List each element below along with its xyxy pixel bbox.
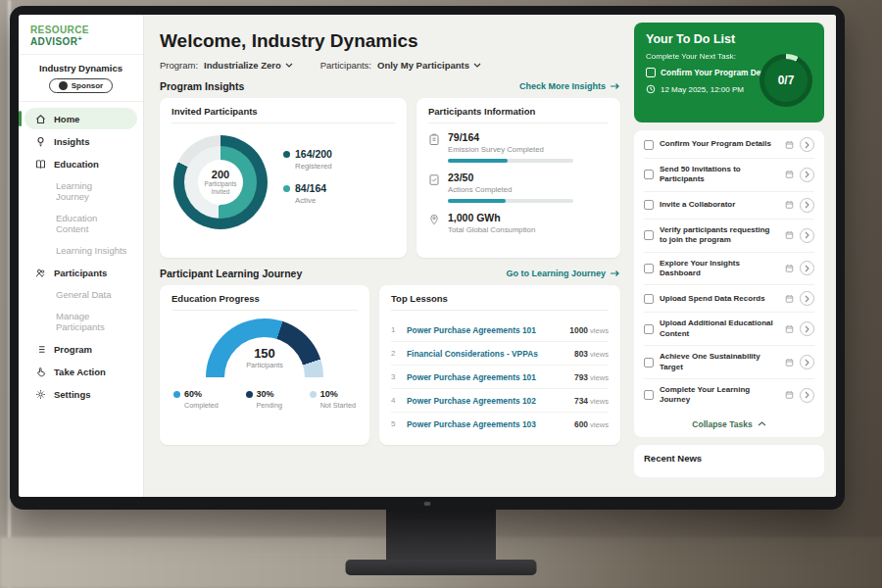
sidebar-item-settings[interactable]: Settings [24,383,137,405]
monitor-frame: RESOURCE ADVISOR+ Industry Dynamics Spon… [10,6,845,510]
participants-filter: Participants: Only My Participants [320,60,481,71]
lesson-row: 3 Power Purchase Agreements 101 793views [391,366,609,389]
task-label: Verify participants requesting to join t… [660,225,779,246]
task-label: Complete Your Learning Journey [660,385,779,406]
top-lessons-title: Top Lessons [391,293,609,311]
sidebar-item-label: Program [54,344,92,355]
lesson-link[interactable]: Power Purchase Agreements 101 [407,372,566,382]
task-row-confirm-program[interactable]: Confirm Your Program Details [644,131,814,159]
task-checkbox[interactable] [644,140,654,150]
completed-dot [173,391,180,398]
task-chevron[interactable] [800,137,814,152]
chevron-down-icon [285,63,293,68]
task-chevron[interactable] [800,355,814,369]
monitor-stand [386,506,496,564]
sidebar-item-learning-insights[interactable]: Learning Insights [24,240,137,261]
task-detail-icon [785,170,794,179]
participants-filter-dropdown[interactable]: Only My Participants [377,60,481,71]
task-chevron[interactable] [800,291,814,306]
actions-completed-value: 23/50 [448,172,573,183]
task-label: Invite a Collaborator [660,200,779,210]
sidebar-item-label: Education [54,159,99,170]
task-chevron[interactable] [800,228,814,243]
task-chevron[interactable] [800,261,814,275]
task-row-send-invitations[interactable]: Send 50 Invitations to Participants [644,159,814,192]
sponsor-badge[interactable]: Sponsor [49,78,113,93]
task-chevron[interactable] [800,388,814,403]
task-label: Achieve One Sustainability Target [660,352,779,372]
sidebar-item-label: General Data [56,289,112,300]
lesson-link[interactable]: Power Purchase Agreements 102 [407,396,566,406]
task-checkbox[interactable] [644,230,654,240]
education-gauge-chart: 150 Participants [206,318,323,379]
program-icon [34,343,46,355]
consumption-label: Total Global Consumption [448,225,535,234]
task-row-invite-collaborator[interactable]: Invite a Collaborator [644,192,814,220]
collapse-tasks-button[interactable]: Collapse Tasks [644,412,814,433]
task-checkbox[interactable] [644,358,654,368]
sidebar-item-program[interactable]: Program [24,338,137,360]
program-filter-dropdown[interactable]: Industrialize Zero [204,60,293,71]
sidebar-item-general-data[interactable]: General Data [24,284,137,305]
page-title: Welcome, Industry Dynamics [160,30,620,52]
sidebar-item-take-action[interactable]: Take Action [24,361,137,382]
location-pin-icon [428,212,440,239]
lesson-row: 1 Power Purchase Agreements 101 1000view… [391,318,609,342]
task-detail-icon [785,140,794,150]
go-to-learning-journey-link[interactable]: Go to Learning Journey [506,269,620,278]
task-checkbox[interactable] [644,294,654,304]
sidebar-item-education-content[interactable]: Education Content [24,208,137,239]
survey-clipboard-icon [428,131,440,163]
task-checkbox[interactable] [644,200,654,210]
task-row-upload-educational-content[interactable]: Upload Additional Educational Content [644,313,814,346]
brand-resource: RESOURCE [30,24,89,35]
task-checkbox[interactable] [644,264,654,273]
todo-due-date: 12 May 2025, 12:00 PM [661,85,744,94]
sidebar-item-label: Take Action [54,367,106,377]
task-checkbox[interactable] [644,390,654,400]
settings-gear-icon [34,388,46,400]
consumption-row: 1,000 GWh Total Global Consumption [428,212,609,239]
sidebar-item-learning-journey[interactable]: Learning Journey [24,175,137,207]
education-participants-value: 150 [206,346,323,361]
sidebar-item-home[interactable]: Home [24,108,137,129]
todo-next-task-checkbox[interactable] [646,68,656,77]
content-area: Welcome, Industry Dynamics Program: Indu… [144,15,836,497]
task-chevron[interactable] [800,168,814,182]
sidebar-item-insights[interactable]: Insights [24,130,137,152]
lesson-link[interactable]: Power Purchase Agreements 103 [407,419,566,429]
org-name: Industry Dynamics [19,63,143,74]
invited-total: 200 [212,169,229,180]
check-more-insights-link[interactable]: Check More Insights [519,81,620,91]
task-chevron[interactable] [800,198,814,213]
lesson-link[interactable]: Financial Considerations - VPPAs [407,349,566,359]
lesson-link[interactable]: Power Purchase Agreements 101 [407,325,562,335]
sidebar-item-participants[interactable]: Participants [24,262,137,283]
actions-checklist-icon [428,172,440,203]
app-logo[interactable]: RESOURCE ADVISOR+ [19,15,143,55]
monitor-stand-base [346,560,537,575]
lesson-rank: 3 [391,372,399,381]
task-checkbox[interactable] [644,170,654,179]
education-legend: 60% Completed 30% Pending 10% Not Starte… [172,389,358,410]
task-row-complete-learning-journey[interactable]: Complete Your Learning Journey [644,379,814,412]
lesson-rank: 5 [391,419,399,428]
not-started-legend-item: 10% Not Started [310,389,356,410]
chevron-down-icon [473,63,481,68]
task-label: Explore Your Insights Dashboard [660,259,779,279]
lesson-rank: 2 [391,349,399,358]
task-checkbox[interactable] [644,324,654,334]
education-progress-card: Education Progress 150 Participants [160,285,369,445]
task-row-explore-insights[interactable]: Explore Your Insights Dashboard [644,253,814,286]
task-row-verify-participants[interactable]: Verify participants requesting to join t… [644,220,814,253]
program-insights-title: Program Insights [160,80,244,92]
sidebar-item-education[interactable]: Education [24,153,137,174]
task-row-upload-spend-data[interactable]: Upload Spend Data Records [644,285,814,313]
task-chevron[interactable] [800,321,814,336]
task-row-achieve-sustainability-target[interactable]: Achieve One Sustainability Target [644,346,814,379]
sponsor-label: Sponsor [72,81,103,90]
sidebar-item-manage-participants[interactable]: Manage Participants [24,306,137,337]
registered-legend-item: 164/200 Registered [283,148,332,171]
todo-title: Your To Do List [646,32,812,46]
active-label: Active [295,196,326,205]
